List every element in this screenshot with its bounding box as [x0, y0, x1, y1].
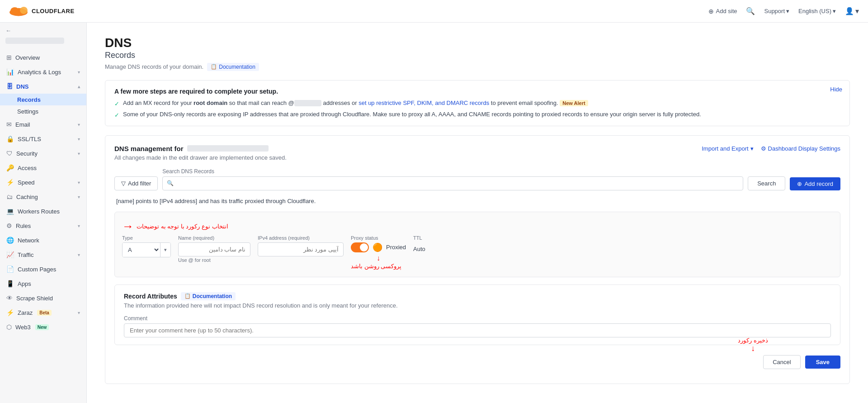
comment-input[interactable] — [124, 323, 831, 337]
left-sidebar: ← ⊞ Overview 📊 Analytics & Logs ▾ 🗄 DNS … — [0, 23, 87, 403]
content-area: DNS Records Manage DNS records of your d… — [87, 23, 868, 403]
add-filter-button[interactable]: ▽ Add filter — [114, 176, 158, 190]
dns-mgmt-subtitle: All changes made in the edit drawer are … — [114, 154, 840, 161]
sidebar-item-dns[interactable]: 🗄 DNS ▴ — [0, 79, 86, 94]
sidebar-item-email[interactable]: ✉ Email ▾ — [0, 117, 86, 132]
beta-badge: Beta — [37, 310, 52, 316]
sidebar-item-traffic[interactable]: 📈 Traffic ▾ — [0, 247, 86, 262]
layers-icon: 🗂 — [6, 193, 13, 200]
alert-item-2: ✓ Some of your DNS-only records are expo… — [114, 111, 840, 119]
spf-link[interactable]: set up restrictive SPF, DKIM, and DMARC … — [359, 100, 489, 106]
page-title: DNS Records Manage DNS records of your d… — [105, 35, 850, 71]
sidebar-sub-settings[interactable]: Settings — [0, 105, 86, 117]
back-button[interactable]: ← — [5, 27, 81, 34]
proxy-annotation-arrow: ↓ — [351, 254, 406, 262]
sidebar-sub-records[interactable]: Records — [0, 94, 86, 105]
search-dns-input[interactable] — [162, 176, 743, 190]
dns-mgmt-title: DNS management for — [114, 145, 269, 152]
chevron-up-icon: ▴ — [78, 84, 80, 89]
sidebar-item-network[interactable]: 🌐 Network — [0, 233, 86, 247]
search-icon: 🔍 — [167, 180, 174, 186]
type-annotation-text: انتخاب نوع رکورد با توجه به توضیحات — [137, 223, 228, 230]
user-menu-button[interactable]: 👤 ▾ — [845, 7, 859, 15]
proxy-toggle[interactable] — [351, 242, 369, 252]
save-annotation-arrow: ↓ — [751, 344, 755, 353]
domain-name-placeholder — [187, 145, 269, 152]
lock-icon: 🔒 — [6, 135, 14, 142]
chevron-down-icon: ▾ — [78, 151, 80, 156]
cpu-icon: 💻 — [6, 208, 14, 215]
type-select[interactable]: A AAAA CNAME MX TXT — [123, 243, 160, 257]
sidebar-item-workers-routes[interactable]: 💻 Workers Routes — [0, 204, 86, 218]
info-row: [name] points to [IPv4 address] and has … — [114, 198, 840, 204]
grid-icon: ⊞ — [6, 54, 12, 61]
plus-icon: ⊕ — [708, 8, 714, 15]
domain-selector[interactable] — [5, 38, 64, 44]
logo: CLOUDFLARE — [9, 5, 75, 18]
svg-point-4 — [10, 7, 19, 14]
proxy-label: Proxied — [386, 244, 406, 251]
new-alert-badge: New Alert — [560, 100, 588, 106]
add-site-button[interactable]: ⊕ Add site — [708, 8, 737, 15]
activity-icon: 📈 — [6, 251, 14, 258]
svg-point-3 — [20, 6, 28, 14]
record-attr-doc-link[interactable]: 📋 Documentation — [181, 292, 236, 300]
zap-icon: ⚡ — [6, 179, 14, 186]
sidebar-item-speed[interactable]: ⚡ Speed ▾ — [0, 175, 86, 190]
import-export-button[interactable]: Import and Export ▾ — [702, 145, 753, 152]
sidebar-item-web3[interactable]: ⬡ Web3 New — [0, 320, 86, 334]
sidebar-item-zaraz[interactable]: ⚡ Zaraz Beta ▾ — [0, 305, 86, 320]
documentation-link[interactable]: 📋 Documentation — [207, 63, 259, 71]
save-annotation-text: ذخیره رکورد — [738, 337, 768, 344]
plus-circle-icon: ⊕ — [797, 180, 802, 187]
sidebar-item-custom-pages[interactable]: 📄 Custom Pages — [0, 262, 86, 276]
sidebar-item-scrape-shield[interactable]: 👁 Scrape Shield — [0, 291, 86, 305]
sidebar-item-overview[interactable]: ⊞ Overview — [0, 50, 86, 65]
chevron-down-icon: ▾ — [78, 223, 80, 228]
alert-box: Hide A few more steps are required to co… — [105, 80, 850, 126]
chevron-down-icon: ▾ — [833, 8, 836, 14]
sidebar-item-caching[interactable]: 🗂 Caching ▾ — [0, 190, 86, 204]
sidebar-item-access[interactable]: 🔑 Access — [0, 161, 86, 175]
add-record-button[interactable]: ⊕ Add record — [790, 177, 840, 190]
hexagon-icon: ⬡ — [6, 323, 12, 331]
alert-item-1: ✓ Add an MX record for your root domain … — [114, 100, 840, 107]
cancel-button[interactable]: Cancel — [763, 355, 800, 369]
back-arrow-icon: ← — [5, 27, 11, 34]
chevron-down-icon: ▾ — [78, 194, 80, 199]
check-icon: ✓ — [114, 100, 119, 107]
ipv4-input[interactable] — [258, 242, 344, 256]
sidebar-item-analytics-logs[interactable]: 📊 Analytics & Logs ▾ — [0, 65, 86, 79]
record-attributes: Record Attributes 📋 Documentation The in… — [114, 284, 840, 345]
eye-off-icon: 👁 — [6, 294, 13, 302]
cloud-orange-icon: 🟠 — [373, 242, 382, 252]
search-icon-btn[interactable]: 🔍 — [746, 7, 755, 15]
sidebar-item-security[interactable]: 🛡 Security ▾ — [0, 146, 86, 161]
chevron-down-icon: ▾ — [78, 180, 80, 185]
sidebar-item-rules[interactable]: ⚙ Rules ▾ — [0, 218, 86, 233]
search-button[interactable]: Search — [748, 176, 785, 190]
support-button[interactable]: Support ▾ — [764, 8, 789, 14]
new-badge: New — [35, 324, 49, 330]
sidebar-item-apps[interactable]: 📱 Apps — [0, 276, 86, 291]
doc-icon: 📋 — [211, 64, 217, 70]
name-input[interactable] — [178, 242, 250, 256]
save-button[interactable]: Save — [805, 356, 840, 369]
record-form: → انتخاب نوع رکورد با توجه به توضیحات Ty… — [114, 212, 840, 277]
hide-button[interactable]: Hide — [830, 86, 842, 93]
language-button[interactable]: English (US) ▾ — [798, 8, 836, 14]
globe-icon: 🌐 — [6, 237, 14, 244]
apps-icon: 📱 — [6, 280, 14, 287]
type-annotation-arrow: → — [122, 219, 134, 233]
dashboard-settings-button[interactable]: ⚙ Dashboard Display Settings — [761, 145, 840, 152]
chevron-down-icon: ▾ — [78, 252, 80, 257]
settings-icon: ⚙ — [761, 145, 766, 152]
filter-icon: ▽ — [121, 180, 126, 187]
sliders-icon: ⚙ — [6, 222, 12, 229]
chart-icon: 📊 — [6, 68, 14, 76]
chevron-down-icon: ▾ — [786, 8, 789, 14]
user-icon: 👤 — [845, 7, 854, 15]
dns-management-section: DNS management for Import and Export ▾ ⚙… — [105, 135, 850, 384]
sidebar-item-ssl-tls[interactable]: 🔒 SSL/TLS ▾ — [0, 132, 86, 146]
chevron-down-icon: ▾ — [855, 7, 859, 15]
